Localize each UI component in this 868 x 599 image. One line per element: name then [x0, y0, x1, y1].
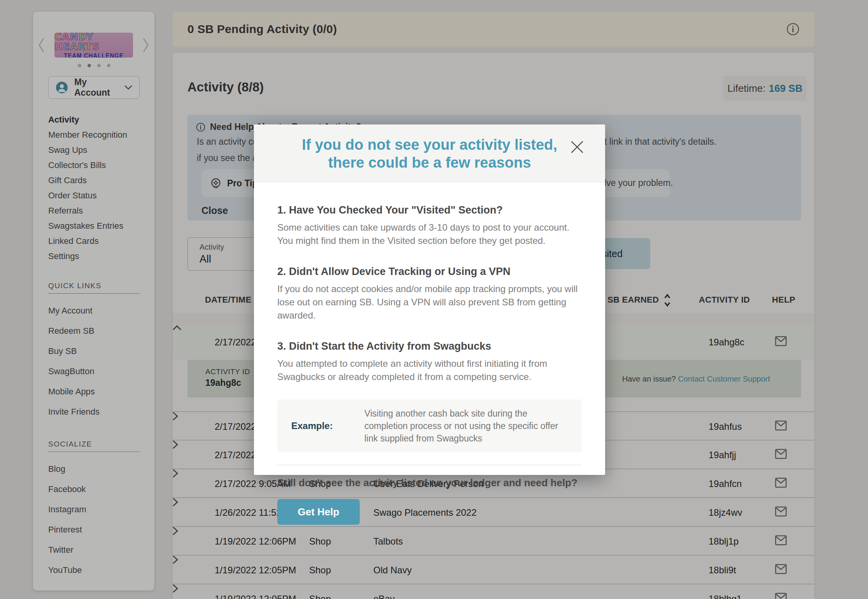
- reason-2-text: If you do not accept cookies and/or mobi…: [277, 282, 582, 322]
- modal-title: If you do not see your activity listed, …: [294, 136, 566, 172]
- reason-1-text: Some activities can take upwards of 3-10…: [277, 221, 582, 247]
- example-text: Visiting another cash back site during t…: [364, 407, 571, 445]
- modal-footer-question: Still don't see the activity listed on y…: [277, 477, 582, 489]
- example-box: Example: Visiting another cash back site…: [277, 399, 582, 453]
- modal-body: 1. Have You Checked Your "Visited" Secti…: [254, 204, 605, 525]
- swagbucks-activity-page: CANDY HEARTS TEAM CHALLENGE My Account: [0, 0, 868, 599]
- modal-divider: [277, 465, 582, 465]
- reason-3-text: You attempted to complete an activity wi…: [277, 357, 582, 384]
- example-label: Example:: [291, 420, 341, 431]
- reason-1-heading: 1. Have You Checked Your "Visited" Secti…: [277, 204, 582, 216]
- modal-header: If you do not see your activity listed, …: [254, 124, 605, 183]
- reason-2-heading: 2. Didn't Allow Device Tracking or Using…: [277, 266, 582, 278]
- reason-3-heading: 3. Didn't Start the Activity from Swagbu…: [277, 340, 582, 352]
- get-help-button[interactable]: Get Help: [277, 499, 360, 525]
- activity-help-modal: If you do not see your activity listed, …: [254, 124, 605, 475]
- close-icon[interactable]: [569, 139, 585, 155]
